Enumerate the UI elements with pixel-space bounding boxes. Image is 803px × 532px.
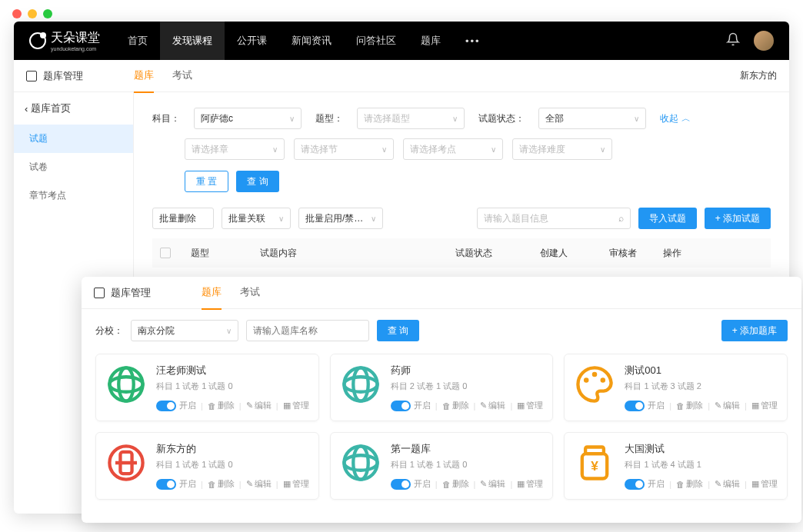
- grid-icon: ▦: [751, 479, 759, 489]
- trash-icon: 🗑: [442, 401, 451, 411]
- card-manage[interactable]: ▦管理: [517, 400, 543, 411]
- avatar[interactable]: [754, 31, 774, 51]
- batch-delete-button[interactable]: 批量删除: [152, 208, 214, 229]
- add-question-button[interactable]: + 添加试题: [705, 208, 771, 229]
- th-reviewer: 审核者: [609, 247, 663, 260]
- library-card[interactable]: 测试001 科目 1 试卷 3 试题 2 开启 | 🗑删除 | ✎编辑 | ▦管…: [564, 354, 788, 421]
- chapter-select[interactable]: 请选择章∨: [185, 138, 285, 160]
- collapse-toggle[interactable]: 收起 ︿: [660, 112, 691, 125]
- minimize-dot[interactable]: [28, 9, 37, 18]
- card-meta: 科目 1 试卷 3 试题 2: [625, 381, 778, 392]
- card-title: 测试001: [625, 364, 778, 377]
- reset-button[interactable]: 重 置: [185, 171, 228, 192]
- library-card[interactable]: 药师 科目 2 试卷 1 试题 0 开启 | 🗑删除 | ✎编辑 | ▦管理: [330, 354, 554, 421]
- branch-label: 分校：: [95, 324, 123, 337]
- card-manage[interactable]: ▦管理: [751, 400, 778, 411]
- query-button[interactable]: 查 询: [236, 171, 278, 192]
- query-button[interactable]: 查 询: [377, 320, 419, 341]
- type-select[interactable]: 请选择题型∨: [357, 108, 465, 129]
- search-input[interactable]: 请输入题目信息 ⌕: [477, 208, 631, 229]
- th-type: 题型: [191, 247, 260, 260]
- card-meta: 科目 1 试卷 1 试题 0: [391, 459, 544, 470]
- import-button[interactable]: 导入试题: [638, 208, 697, 229]
- open-label: 开启: [179, 478, 196, 490]
- card-delete[interactable]: 🗑删除: [208, 478, 235, 490]
- tab[interactable]: 题库: [202, 277, 222, 310]
- open-label: 开启: [414, 478, 431, 490]
- card-manage[interactable]: ▦管理: [283, 478, 309, 490]
- nav-item[interactable]: 问答社区: [344, 22, 408, 60]
- nav-more[interactable]: •••: [453, 35, 493, 47]
- open-toggle[interactable]: [156, 479, 176, 490]
- nav-item[interactable]: 新闻资讯: [279, 22, 344, 60]
- card-title: 药师: [391, 364, 544, 377]
- chevron-down-icon: ∨: [289, 115, 295, 123]
- card-edit[interactable]: ✎编辑: [480, 478, 505, 490]
- open-toggle[interactable]: [625, 401, 645, 411]
- card-delete[interactable]: 🗑删除: [676, 400, 703, 411]
- svg-point-14: [353, 446, 368, 479]
- tab[interactable]: 考试: [240, 277, 260, 310]
- section-title: 题库管理: [43, 69, 83, 83]
- library-card[interactable]: 新东方的 科目 1 试卷 1 试题 0 开启 | 🗑删除 | ✎编辑 | ▦管理: [95, 432, 319, 500]
- type-label: 题型：: [315, 112, 343, 125]
- card-edit[interactable]: ✎编辑: [480, 400, 505, 411]
- open-toggle[interactable]: [625, 479, 645, 490]
- card-edit[interactable]: ✎编辑: [715, 478, 740, 490]
- card-edit[interactable]: ✎编辑: [246, 478, 272, 490]
- add-library-button[interactable]: + 添加题库: [721, 320, 788, 341]
- card-title: 新东方的: [156, 442, 309, 456]
- card-delete[interactable]: 🗑删除: [442, 478, 469, 490]
- close-dot[interactable]: [12, 9, 22, 18]
- library-card[interactable]: 第一题库 科目 1 试卷 1 试题 0 开启 | 🗑删除 | ✎编辑 | ▦管理: [330, 432, 554, 500]
- batch-toggle-button[interactable]: 批量启用/禁…∨: [298, 208, 383, 229]
- batch-link-button[interactable]: 批量关联∨: [222, 208, 291, 229]
- card-edit[interactable]: ✎编辑: [715, 400, 740, 411]
- card-delete[interactable]: 🗑删除: [676, 478, 703, 490]
- tab[interactable]: 考试: [172, 59, 192, 93]
- svg-point-12: [344, 446, 377, 479]
- svg-point-2: [118, 367, 133, 401]
- point-select[interactable]: 请选择考点∨: [403, 138, 503, 160]
- sidebar-back[interactable]: ‹ 题库首页: [14, 92, 133, 125]
- card-delete[interactable]: 🗑删除: [442, 400, 469, 411]
- tab[interactable]: 题库: [134, 59, 154, 93]
- card-manage[interactable]: ▦管理: [283, 400, 309, 411]
- bell-icon[interactable]: [726, 32, 740, 49]
- card-delete[interactable]: 🗑删除: [208, 400, 235, 411]
- edit-icon: ✎: [480, 479, 487, 489]
- sidebar-item[interactable]: 章节考点: [14, 181, 133, 210]
- search-icon: ⌕: [618, 213, 624, 224]
- nav-item[interactable]: 题库: [408, 22, 453, 60]
- edit-icon: ✎: [715, 479, 721, 489]
- difficulty-select[interactable]: 请选择难度∨: [512, 138, 612, 160]
- library-search-input[interactable]: [246, 320, 369, 341]
- nav-item[interactable]: 公开课: [225, 22, 279, 60]
- maximize-dot[interactable]: [43, 9, 52, 18]
- card-title: 大国测试: [625, 442, 778, 456]
- open-toggle[interactable]: [391, 401, 411, 411]
- nav-item[interactable]: 发现课程: [160, 22, 225, 60]
- open-label: 开启: [648, 400, 665, 411]
- svg-point-13: [344, 455, 377, 470]
- section-select[interactable]: 请选择节∨: [294, 138, 394, 160]
- svg-point-3: [344, 367, 377, 401]
- nav-item[interactable]: 首页: [115, 22, 160, 60]
- card-manage[interactable]: ▦管理: [517, 478, 543, 490]
- card-manage[interactable]: ▦管理: [751, 478, 778, 490]
- sidebar-item[interactable]: 试题: [14, 125, 133, 153]
- branch-select[interactable]: 南京分院∨: [131, 320, 238, 341]
- subject-select[interactable]: 阿萨德c∨: [194, 108, 302, 129]
- grid-icon: ▦: [283, 479, 291, 489]
- sidebar-item[interactable]: 试卷: [14, 153, 133, 181]
- status-select[interactable]: 全部∨: [538, 108, 646, 129]
- logo[interactable]: 天朵课堂 yunduoketang.com: [29, 30, 100, 52]
- card-title: 第一题库: [391, 442, 544, 456]
- library-card[interactable]: ¥ 大国测试 科目 1 试卷 4 试题 1 开启 | 🗑删除 | ✎编辑 | ▦…: [564, 432, 788, 500]
- open-toggle[interactable]: [391, 479, 411, 490]
- logo-icon: [29, 32, 46, 49]
- library-card[interactable]: 汪老师测试 科目 1 试卷 1 试题 0 开启 | 🗑删除 | ✎编辑 | ▦管…: [95, 354, 319, 421]
- open-toggle[interactable]: [156, 401, 176, 411]
- select-all-checkbox[interactable]: [160, 248, 171, 258]
- card-edit[interactable]: ✎编辑: [246, 400, 272, 411]
